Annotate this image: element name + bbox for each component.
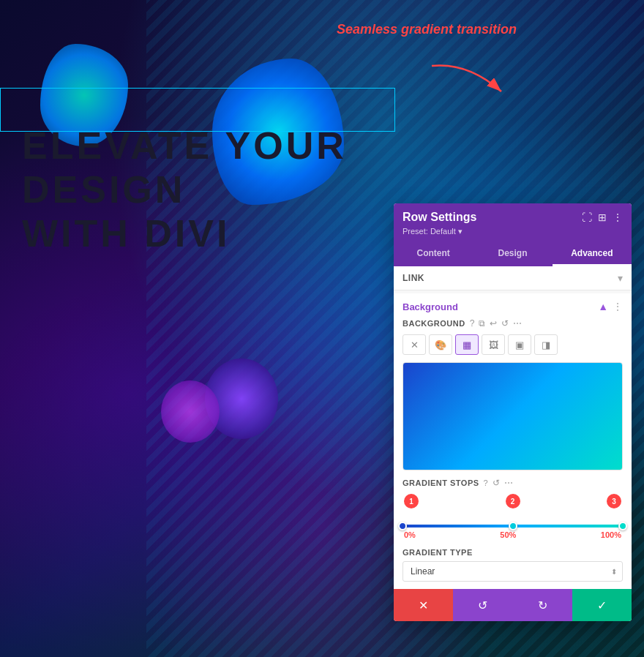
panel-title: Row Settings <box>402 211 476 224</box>
stop-1-dot[interactable] <box>398 522 407 530</box>
bg-more-icon[interactable]: ⋯ <box>513 318 522 328</box>
link-chevron-icon: ▾ <box>618 272 623 284</box>
annotation-text: Seamless gradient transition <box>337 22 517 37</box>
background-label-row: Background ? ⧉ ↩ ↺ ⋯ <box>402 318 623 328</box>
gradient-type-select-wrapper: Linear Radial Conic <box>402 561 623 582</box>
stop-2-marker[interactable]: 2 <box>506 494 520 510</box>
stop-3-dot[interactable] <box>618 522 627 530</box>
stop-1-marker[interactable]: 1 <box>404 494 419 510</box>
panel-header: Row Settings ⛶ ⊞ ⋮ Preset: Default ▾ <box>394 203 632 242</box>
blob-shape-4 <box>161 380 220 443</box>
bg-copy-icon[interactable]: ⧉ <box>479 318 485 328</box>
more-options-icon[interactable]: ⋮ <box>613 211 623 223</box>
tab-content[interactable]: Content <box>394 242 473 266</box>
stop-1-percent: 0% <box>404 530 416 539</box>
gradient-type-section: Gradient Type Linear Radial Conic <box>402 548 623 582</box>
bg-type-pattern[interactable]: ◨ <box>534 334 558 355</box>
stop-2-percent: 50% <box>500 530 516 539</box>
tab-advanced[interactable]: Advanced <box>553 242 632 266</box>
gradient-stops-label: Gradient Stops <box>402 478 479 487</box>
stops-help-icon[interactable]: ? <box>484 478 488 487</box>
undo-button[interactable]: ↺ <box>453 589 512 621</box>
background-type-icons: ✕ 🎨 ▦ 🖼 ▣ ◨ <box>402 334 623 355</box>
gradient-slider-track[interactable] <box>402 525 623 528</box>
bg-type-video[interactable]: ▣ <box>508 334 531 355</box>
stop-3-percent: 100% <box>601 530 621 539</box>
panel-header-icons: ⛶ ⊞ ⋮ <box>582 211 623 223</box>
row-settings-panel: Row Settings ⛶ ⊞ ⋮ Preset: Default ▾ Con… <box>394 203 632 621</box>
collapse-icon[interactable]: ▲ <box>598 301 608 312</box>
gradient-type-label: Gradient Type <box>402 548 623 557</box>
stops-reset-icon[interactable]: ↺ <box>493 478 500 488</box>
stops-more-icon[interactable]: ⋯ <box>504 478 513 488</box>
tab-design[interactable]: Design <box>473 242 552 266</box>
action-bar: ✕ ↺ ↻ ✓ <box>394 589 632 621</box>
expand-icon[interactable]: ⛶ <box>582 211 592 223</box>
link-section-collapsed[interactable]: Link ▾ <box>394 266 632 290</box>
stop-2-number: 2 <box>506 494 520 508</box>
gradient-type-select[interactable]: Linear Radial Conic <box>402 561 623 582</box>
bg-type-image[interactable]: 🖼 <box>482 334 505 355</box>
stop-percent-row: 0% 50% 100% <box>402 530 623 539</box>
bg-type-color[interactable]: 🎨 <box>429 334 452 355</box>
background-section-header: Background ▲ ⋮ <box>402 301 623 312</box>
bg-reset-icon[interactable]: ↺ <box>501 318 509 328</box>
stop-3-marker[interactable]: 3 <box>607 494 621 510</box>
background-section: Background ▲ ⋮ Background ? ⧉ ↩ ↺ ⋯ ✕ 🎨 … <box>394 293 632 589</box>
background-section-controls: ▲ ⋮ <box>598 301 623 312</box>
stop-1-number: 1 <box>404 494 419 508</box>
annotation-arrow <box>424 59 512 102</box>
section-more-icon[interactable]: ⋮ <box>613 301 623 312</box>
redo-button[interactable]: ↻ <box>513 589 572 621</box>
gradient-preview[interactable] <box>402 362 623 470</box>
gradient-stops-label-row: Gradient Stops ? ↺ ⋯ <box>402 478 623 488</box>
panel-header-top: Row Settings ⛶ ⊞ ⋮ <box>402 211 623 224</box>
background-section-title: Background <box>402 301 458 312</box>
hero-title: ELEVATE YOUR DESIGN WITH DIVI <box>22 124 359 255</box>
stop-3-number: 3 <box>607 494 621 508</box>
background-label: Background <box>402 319 465 328</box>
bg-help-icon[interactable]: ? <box>470 318 475 328</box>
panel-body: Link ▾ Background ▲ ⋮ Background ? ⧉ ↩ ↺… <box>394 266 632 589</box>
confirm-button[interactable]: ✓ <box>572 589 632 621</box>
columns-icon[interactable]: ⊞ <box>598 211 607 223</box>
stop-2-dot[interactable] <box>509 522 517 530</box>
panel-preset[interactable]: Preset: Default ▾ <box>402 227 623 236</box>
panel-tabs: Content Design Advanced <box>394 242 632 266</box>
bg-type-gradient[interactable]: ▦ <box>455 334 479 355</box>
bg-paste-icon[interactable]: ↩ <box>490 318 497 328</box>
link-label: Link <box>402 273 424 283</box>
bg-type-none[interactable]: ✕ <box>402 334 426 355</box>
cancel-button[interactable]: ✕ <box>394 589 453 621</box>
